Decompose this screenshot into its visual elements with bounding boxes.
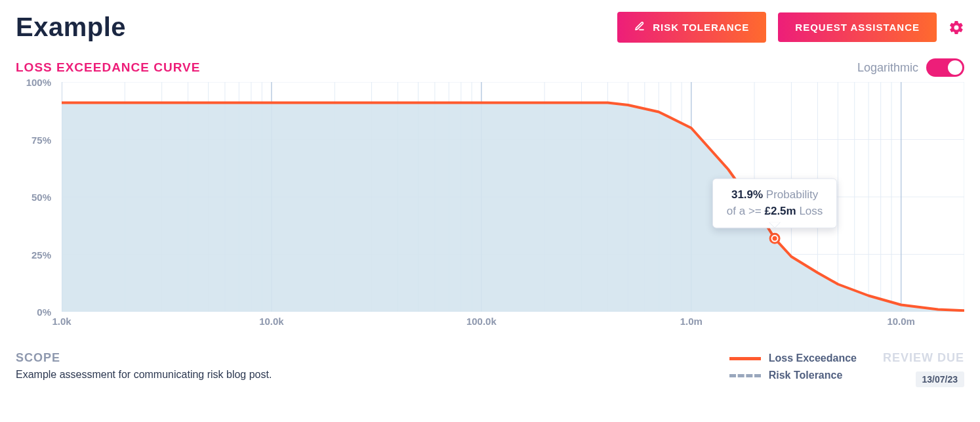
- log-scale-toggle[interactable]: [926, 58, 964, 77]
- risk-tolerance-button[interactable]: RISK TOLERANCE: [617, 12, 766, 43]
- gear-icon[interactable]: [949, 20, 964, 35]
- review-due-date: 13/07/23: [916, 371, 965, 387]
- legend-item-risk-tolerance: Risk Tolerance: [729, 369, 857, 381]
- log-scale-toggle-wrap: Logarithmic: [857, 58, 964, 77]
- request-assistance-button-label: REQUEST ASSISTANCE: [795, 22, 920, 33]
- legend-swatch-dashed: [729, 374, 761, 377]
- x-axis: 1.0k10.0k100.0k1.0m10.0m: [62, 312, 964, 331]
- x-tick-label: 100.0k: [466, 316, 497, 327]
- x-tick-label: 1.0m: [680, 316, 703, 327]
- scope-block: SCOPE Example assessment for communicati…: [16, 351, 272, 381]
- x-tick-label: 10.0k: [259, 316, 284, 327]
- legend-item-loss-exceedance: Loss Exceedance: [729, 352, 857, 364]
- y-axis: 0%25%50%75%100%: [16, 82, 55, 312]
- chart-plot-area[interactable]: 31.9% Probabilityof a >= £2.5m Loss: [62, 82, 964, 312]
- page-title: Example: [16, 12, 126, 42]
- log-scale-label: Logarithmic: [857, 61, 918, 75]
- review-due-block: REVIEW DUE 13/07/23: [883, 351, 964, 387]
- legend-label-risk-tolerance: Risk Tolerance: [769, 369, 843, 381]
- pencil-icon: [634, 21, 645, 33]
- header-actions: RISK TOLERANCE REQUEST ASSISTANCE: [617, 12, 964, 43]
- scope-text: Example assessment for communicating ris…: [16, 369, 272, 381]
- y-tick-label: 50%: [31, 192, 51, 203]
- scope-heading: SCOPE: [16, 351, 272, 365]
- chart-tooltip: 31.9% Probabilityof a >= £2.5m Loss: [712, 179, 837, 228]
- svg-point-44: [773, 236, 777, 241]
- legend-swatch-solid: [729, 357, 761, 360]
- y-tick-label: 25%: [31, 249, 51, 260]
- review-due-heading: REVIEW DUE: [883, 351, 964, 365]
- risk-tolerance-button-label: RISK TOLERANCE: [653, 22, 749, 33]
- y-tick-label: 75%: [31, 134, 51, 145]
- chart-title: LOSS EXCEEDANCE CURVE: [16, 60, 200, 75]
- y-tick-label: 0%: [37, 306, 51, 318]
- request-assistance-button[interactable]: REQUEST ASSISTANCE: [778, 12, 937, 42]
- x-tick-label: 10.0m: [887, 316, 915, 327]
- legend-label-loss-exceedance: Loss Exceedance: [769, 352, 857, 364]
- x-tick-label: 1.0k: [52, 316, 71, 327]
- legend: Loss Exceedance Risk Tolerance: [729, 351, 857, 381]
- y-tick-label: 100%: [26, 77, 51, 88]
